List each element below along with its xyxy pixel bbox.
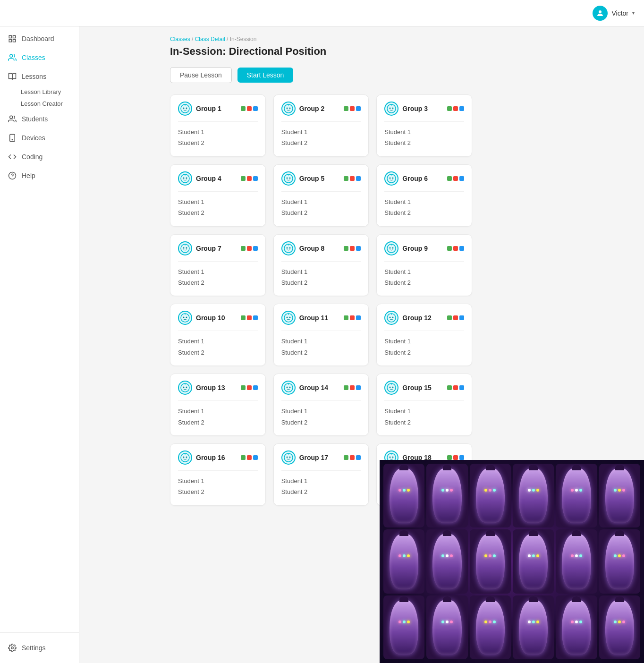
group-students: Student 1Student 2 (178, 331, 258, 358)
sidebar-item-lessons[interactable]: Lessons (0, 67, 79, 86)
group-card-7[interactable]: Group 7 Student 1Student 2 (170, 234, 266, 297)
group-name: Group 4 (196, 175, 237, 182)
breadcrumb-classes[interactable]: Classes (170, 36, 190, 42)
bot-light (532, 489, 535, 492)
svg-point-65 (392, 456, 394, 458)
ozobot-icon (281, 171, 296, 186)
bot-light (571, 620, 574, 623)
green-dot (241, 455, 246, 460)
student-name: Student 1 (281, 476, 361, 486)
student-name: Student 2 (281, 277, 361, 288)
breadcrumb: Classes / Class Detail / In-Session (170, 36, 633, 42)
bot-top (572, 596, 581, 602)
bot-light (484, 489, 487, 492)
sidebar-item-students[interactable]: Students (0, 110, 79, 128)
group-card-14[interactable]: Group 14 Student 1Student 2 (273, 374, 369, 436)
bot-light (575, 554, 578, 557)
bot-light (571, 489, 574, 492)
group-card-3[interactable]: Group 3 Student 1Student 2 (376, 94, 472, 157)
group-card-1[interactable]: Group 1 Student 1Student 2 (170, 94, 266, 157)
group-students: Student 1Student 2 (384, 331, 464, 358)
sidebar-item-dashboard[interactable]: Dashboard (0, 29, 79, 48)
group-students: Student 1Student 2 (384, 121, 464, 149)
student-name: Student 2 (178, 486, 258, 497)
sidebar-item-classes[interactable]: Classes (0, 48, 79, 67)
group-card-17[interactable]: Group 17 Student 1Student 2 (273, 443, 369, 506)
bot-light (484, 620, 487, 623)
start-lesson-button[interactable]: Start Lesson (237, 68, 294, 83)
student-name: Student 1 (281, 266, 361, 277)
group-card-5[interactable]: Group 5 Student 1Student 2 (273, 164, 369, 227)
group-students: Student 1Student 2 (178, 470, 258, 498)
group-card-6[interactable]: Group 6 Student 1Student 2 (376, 164, 472, 227)
student-name: Student 1 (178, 266, 258, 277)
green-dot (241, 385, 246, 390)
breadcrumb-class-detail[interactable]: Class Detail (195, 36, 225, 42)
group-card-2[interactable]: Group 2 Student 1Student 2 (273, 94, 369, 157)
nav-items: Dashboard Classes Lessons (0, 26, 79, 632)
student-name: Student 2 (384, 347, 464, 358)
bot-cell-8 (470, 529, 511, 593)
bot-cell-2 (470, 464, 511, 527)
bot-light (571, 554, 574, 557)
group-name: Group 12 (402, 314, 443, 322)
svg-point-34 (286, 247, 288, 248)
ozobot-icon (178, 241, 192, 255)
bot-cell-13 (426, 595, 467, 659)
red-dot (453, 176, 458, 181)
student-name: Student 2 (178, 347, 258, 358)
svg-point-35 (289, 247, 290, 248)
red-dot (453, 385, 458, 390)
bot-top (399, 465, 408, 470)
user-menu[interactable]: Victor ▾ (593, 6, 635, 21)
group-card-13[interactable]: Group 13 Student 1Student 2 (170, 374, 266, 436)
sidebar-item-settings[interactable]: Settings (0, 638, 79, 657)
student-name: Student 2 (384, 277, 464, 288)
svg-point-17 (289, 108, 290, 109)
user-name: Victor (611, 9, 628, 17)
color-dots (344, 246, 361, 251)
ozobot-icon (281, 381, 296, 395)
group-students: Student 1Student 2 (281, 470, 361, 498)
svg-point-28 (390, 177, 391, 178)
breadcrumb-sep2: / (225, 36, 230, 42)
bot-top (529, 530, 537, 536)
bot-cell-7 (426, 529, 467, 593)
bot-light (446, 554, 449, 557)
bot-cell-6 (383, 529, 424, 593)
sidebar-item-lesson-library[interactable]: Lesson Library (21, 86, 79, 98)
sidebar-item-help[interactable]: Help (0, 166, 79, 185)
green-dot (344, 246, 348, 251)
sidebar-item-coding[interactable]: Coding (0, 147, 79, 166)
group-card-8[interactable]: Group 8 Student 1Student 2 (273, 234, 369, 297)
group-card-12[interactable]: Group 12 Student 1Student 2 (376, 304, 472, 366)
blue-dot (253, 385, 258, 390)
color-dots (447, 315, 464, 320)
color-dots (447, 385, 464, 390)
blue-dot (459, 315, 464, 320)
group-card-11[interactable]: Group 11 Student 1Student 2 (273, 304, 369, 366)
color-dots (344, 455, 361, 460)
sidebar-item-devices[interactable]: Devices (0, 128, 79, 147)
bot-lights (392, 548, 415, 564)
group-name: Group 14 (299, 384, 340, 391)
bot-light (403, 620, 406, 623)
pause-lesson-button[interactable]: Pause Lesson (170, 67, 232, 83)
group-card-10[interactable]: Group 10 Student 1Student 2 (170, 304, 266, 366)
group-card-16[interactable]: Group 16 Student 1Student 2 (170, 443, 266, 506)
sidebar-item-lesson-creator[interactable]: Lesson Creator (21, 98, 79, 110)
svg-point-53 (289, 387, 290, 388)
student-name: Student 1 (384, 336, 464, 347)
group-card-15[interactable]: Group 15 Student 1Student 2 (376, 374, 472, 436)
blue-dot (356, 246, 361, 251)
color-dots (241, 385, 258, 390)
ozobot-icon (384, 241, 398, 255)
svg-point-6 (10, 116, 13, 119)
group-card-9[interactable]: Group 9 Student 1Student 2 (376, 234, 472, 297)
color-dots (447, 246, 464, 251)
group-name: Group 17 (299, 454, 340, 461)
svg-point-8 (12, 139, 13, 140)
green-dot (447, 176, 452, 181)
group-card-4[interactable]: Group 4 Student 1Student 2 (170, 164, 266, 227)
bot-shape (519, 468, 548, 523)
